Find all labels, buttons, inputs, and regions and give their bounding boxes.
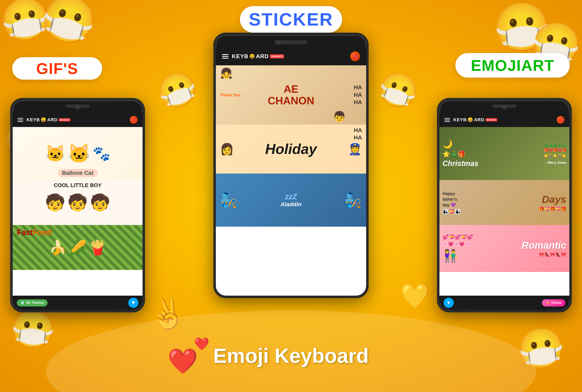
center-phone-screen: KEYB 😀 ARD MAKER 🔴 Thank You AECHANON HA xyxy=(216,47,366,296)
left-bottom-bar: 👕 My Themes ▼ xyxy=(13,296,142,310)
fast-food-card[interactable]: FastFood 🍌 🌽 🍟 xyxy=(13,225,142,270)
left-app-header: KEYB 😀 ARD MAKER 🔴 xyxy=(13,113,142,127)
ballone-cat-card[interactable]: 🐱 🐱 🐾 Ballone Cat xyxy=(13,127,142,180)
boy-emoji-1: 🧒 xyxy=(45,193,65,212)
right-chevron-button[interactable]: ▼ xyxy=(444,298,454,308)
cat-emoji-2: 🐱 xyxy=(68,143,90,164)
center-hamburger-icon[interactable] xyxy=(222,54,228,58)
christmas-right: 🎄🎄🎄🎄🎄🎁🎀🎁🎀🎁🔔🎊🔔🎊🔔 ~ Merry Xmas xyxy=(504,142,566,165)
emojiart-label: EMOJIART xyxy=(471,56,554,74)
food-emoji-2: 🌽 xyxy=(69,239,86,256)
romantic-silhouette: 👫 xyxy=(442,248,504,263)
center-phone-camera xyxy=(277,41,280,45)
left-logo-ard: ARD xyxy=(47,117,58,122)
left-avatar-icon: 🔴 xyxy=(131,117,136,122)
shirt-icon: 👕 xyxy=(20,301,24,305)
left-app-avatar[interactable]: 🔴 xyxy=(130,116,138,124)
holiday-char-1: 👩 xyxy=(220,142,234,156)
center-app-avatar[interactable]: 🔴 xyxy=(350,52,360,61)
christmas-emoji-grid: 🎄🎄🎄🎄🎄🎁🎀🎁🎀🎁🔔🎊🔔🎊🔔 xyxy=(504,142,566,159)
left-logo-maker: MAKER xyxy=(59,118,70,122)
days-title-text: Days xyxy=(504,194,566,206)
chevron-down-button[interactable]: ▼ xyxy=(128,298,138,308)
romantic-left: 💕💝💕💝💕 🌸💗🌸💗🌸 👫 xyxy=(442,234,504,263)
emoji-keyboard-label: Emoji Keyboard xyxy=(213,344,368,368)
my-themes-label: My Themes xyxy=(26,301,44,304)
center-logo-maker: MAKER xyxy=(270,54,284,58)
bg-emoji-11: 💛 xyxy=(400,282,431,310)
holiday-card[interactable]: 👩 Holiday 👮 HAHA xyxy=(216,124,366,174)
ha-ha-ha-label: HAHAHA xyxy=(326,84,362,106)
christmas-left: 🌙 ⭐🎄🎁 Christmas xyxy=(442,139,504,168)
center-app-logo: KEYB 😀 ARD MAKER xyxy=(232,53,284,60)
left-hamburger-icon[interactable] xyxy=(18,118,23,122)
boy-emoji-3: 🧒 xyxy=(90,193,110,212)
chevron-down-icon: ▼ xyxy=(130,300,136,306)
romantic-hearts: 💕💝💕💝💕 xyxy=(442,234,504,240)
romantic-card[interactable]: 💕💝💕💝💕 🌸💗🌸💗🌸 👫 Romantic 🎀👠🎀👠🎀 xyxy=(440,225,569,272)
days-emojis: 👨‍👧💝👨‍👦 xyxy=(442,209,504,214)
right-phone: KEYB 😀 ARD MAKER 🔴 🌙 ⭐🎄🎁 Christmas 🎄🎄🎄🎄🎄… xyxy=(437,98,572,312)
sticker-pill: STICKER xyxy=(240,6,342,33)
thank-you-label: Thank You xyxy=(220,93,256,98)
fast-food-content: 🍌 🌽 🍟 xyxy=(13,225,142,270)
christmas-card[interactable]: 🌙 ⭐🎄🎁 Christmas 🎄🎄🎄🎄🎄🎁🎀🎁🎀🎁🔔🎊🔔🎊🔔 ~ Merry … xyxy=(440,127,569,180)
boy-emoji-2: 🧒 xyxy=(68,193,88,212)
romantic-right: Romantic 🎀👠🎀👠🎀 xyxy=(504,240,566,257)
center-app-header: KEYB 😀 ARD MAKER 🔴 xyxy=(216,47,366,65)
romantic-content: 💕💝💕💝💕 🌸💗🌸💗🌸 👫 Romantic 🎀👠🎀👠🎀 xyxy=(440,225,569,272)
aladdin-char-1: 🧞 xyxy=(220,192,238,208)
create-button[interactable]: ✏️ Create xyxy=(542,299,565,306)
center-phone: KEYB 😀 ARD MAKER 🔴 Thank You AECHANON HA xyxy=(214,33,368,298)
holiday-content: 👩 Holiday 👮 xyxy=(216,124,366,174)
right-chevron-icon: ▼ xyxy=(446,300,451,306)
merry-xmas-label: ~ Merry Xmas xyxy=(504,160,566,165)
ae-chanon-card[interactable]: Thank You AECHANON HAHAHA 👧 👦 xyxy=(216,65,366,124)
holiday-char-2: 👮 xyxy=(348,142,362,156)
left-phone-screen: KEYB 😀 ARD MAKER 🔴 🐱 🐱 🐾 Ballone Cat xyxy=(13,113,142,310)
aladdin-card[interactable]: 🧞 zzZ Aladdin 🧞 xyxy=(216,174,366,226)
holiday-ha: HAHA xyxy=(354,126,362,142)
ae-chanon-char-2: 👦 xyxy=(333,111,346,122)
days-right: Days 🎁💝🎁💝🎁 xyxy=(504,194,566,212)
romantic-dots: 🌸💗🌸💗🌸 xyxy=(442,242,504,247)
right-app-avatar[interactable]: 🔴 xyxy=(557,116,564,124)
right-logo-maker: MAKER xyxy=(486,118,497,122)
right-hamburger-icon[interactable] xyxy=(444,118,450,122)
ae-chanon-left: Thank You xyxy=(220,93,256,98)
aladdin-title: Aladdin xyxy=(242,201,340,208)
left-logo-keyb: KEYB xyxy=(26,117,40,122)
left-logo-emoji: 😀 xyxy=(41,117,46,122)
ae-chanon-char-1: 👧 xyxy=(220,68,232,79)
bg-emoji-7: 😷 xyxy=(8,306,58,353)
cool-boy-card[interactable]: COOL LITTLE BOY 🧒 🧒 🧒 xyxy=(13,180,142,225)
cat-emoji-1: 🐱 xyxy=(45,144,66,163)
right-logo-emoji: 😀 xyxy=(468,117,473,122)
ae-chanon-title: AECHANON xyxy=(256,83,326,106)
my-themes-button[interactable]: 👕 My Themes xyxy=(17,299,48,306)
right-bottom-bar: ▼ ✏️ Create xyxy=(440,296,569,310)
left-phone: KEYB 😀 ARD MAKER 🔴 🐱 🐱 🐾 Ballone Cat xyxy=(10,98,145,312)
ae-chanon-right: HAHAHA xyxy=(326,84,362,106)
aladdin-center: zzZ Aladdin xyxy=(242,192,340,208)
sticker-label: STICKER xyxy=(249,9,333,30)
moon-icon: 🌙 xyxy=(442,139,504,149)
fathers-day-text: Happyfather'sday 💜 xyxy=(442,191,504,208)
right-app-logo: KEYB 😀 ARD MAKER xyxy=(453,117,497,122)
center-logo-emoji: 😀 xyxy=(249,54,255,59)
days-emoji-row: 🎁💝🎁💝🎁 xyxy=(504,206,566,212)
holiday-title-text: Holiday xyxy=(265,141,317,157)
create-label: Create xyxy=(551,301,562,304)
right-phone-camera xyxy=(502,106,506,109)
center-avatar-icon: 🔴 xyxy=(352,53,358,60)
right-logo-ard: ARD xyxy=(474,117,484,122)
romantic-bow: 🎀👠🎀👠🎀 xyxy=(504,252,566,257)
brush-icon: ✏️ xyxy=(546,301,550,305)
zzz-label: zzZ xyxy=(242,192,340,201)
right-phone-screen: KEYB 😀 ARD MAKER 🔴 🌙 ⭐🎄🎁 Christmas 🎄🎄🎄🎄🎄… xyxy=(440,113,569,310)
aladdin-char-2: 🧞 xyxy=(344,192,362,208)
days-card[interactable]: Happyfather'sday 💜 👨‍👧💝👨‍👦 Days 🎁💝🎁💝🎁 xyxy=(440,180,569,225)
days-content: Happyfather'sday 💜 👨‍👧💝👨‍👦 Days 🎁💝🎁💝🎁 xyxy=(440,180,569,225)
aladdin-content: 🧞 zzZ Aladdin 🧞 xyxy=(216,174,366,226)
center-logo-keyb: KEYB xyxy=(232,53,248,60)
